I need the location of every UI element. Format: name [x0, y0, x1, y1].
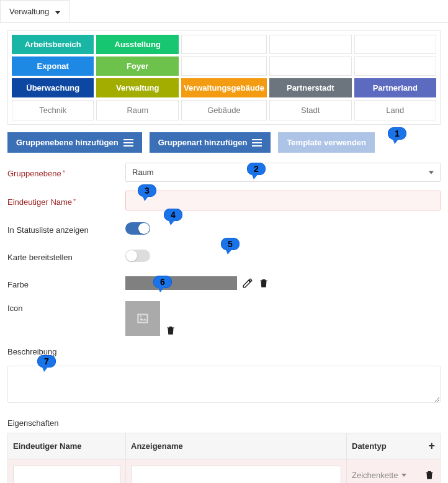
col-name-header: Eindeutiger Name — [8, 433, 126, 459]
chevron-down-icon — [401, 474, 406, 477]
add-grouplevel-button[interactable]: Gruppenebene hinzufügen — [7, 132, 142, 153]
use-template-label: Template verwenden — [287, 138, 366, 147]
prop-type-select[interactable]: Zeichenkette — [352, 471, 406, 480]
add-grouplevel-label: Gruppenebene hinzufügen — [16, 138, 119, 147]
add-grouptype-button[interactable]: Gruppenart hinzufügen — [150, 132, 271, 153]
add-property-button[interactable]: + — [428, 440, 435, 453]
tag-item — [269, 56, 351, 76]
tag-item — [354, 35, 437, 54]
nav-verwaltung-label: Verwaltung — [9, 7, 49, 16]
prop-display-input[interactable] — [131, 466, 341, 483]
properties-section-label: Eigenschaften — [7, 418, 441, 428]
table-row: Zeichenkette — [8, 459, 440, 483]
use-template-button[interactable]: Template verwenden — [278, 132, 375, 153]
map-label: Karte bereitstellen — [7, 250, 125, 262]
tag-item — [181, 35, 267, 54]
tag-item[interactable]: Überwachung — [12, 78, 94, 97]
add-grouptype-label: Gruppenart hinzufügen — [158, 138, 248, 147]
tag-item[interactable]: Arbeitsbereich — [12, 35, 94, 54]
menu-icon — [252, 139, 262, 147]
prop-name-input[interactable] — [13, 466, 120, 483]
color-label: Farbe — [7, 278, 125, 289]
map-toggle[interactable] — [125, 250, 150, 262]
name-label: Eindeutiger Name* — [7, 195, 125, 207]
chevron-down-icon — [429, 171, 434, 174]
grouplevel-label: Gruppenebene* — [7, 166, 125, 178]
grouplevel-select-value: Raum — [132, 168, 154, 177]
caret-down-icon — [55, 11, 60, 14]
col-type-header: Datentyp + — [347, 433, 440, 459]
svg-point-0 — [140, 315, 141, 317]
name-input[interactable] — [125, 191, 441, 210]
nav-bar: Verwaltung — [0, 0, 448, 23]
tag-item — [354, 56, 437, 76]
icon-upload-placeholder[interactable] — [125, 301, 160, 336]
callout-6: 6 — [153, 276, 172, 288]
properties-table: Eindeutiger Name Anzeigename Datentyp + … — [7, 433, 441, 483]
image-placeholder-icon — [135, 310, 151, 327]
tag-item[interactable]: Verwaltungsgebäude — [181, 78, 267, 97]
description-textarea[interactable] — [7, 366, 441, 403]
edit-icon[interactable] — [242, 278, 253, 289]
description-label: Beschreibung — [7, 345, 125, 356]
callout-7: 7 — [37, 355, 56, 368]
trash-icon[interactable] — [165, 325, 176, 336]
tag-item[interactable]: Stadt — [269, 100, 351, 120]
tag-item[interactable]: Partnerstadt — [269, 78, 351, 97]
tag-grid: ArbeitsbereichAusstellungExponatFoyerÜbe… — [7, 30, 441, 125]
tag-item — [269, 35, 351, 54]
color-swatch[interactable] — [125, 276, 237, 290]
callout-4: 4 — [164, 209, 182, 221]
nav-verwaltung[interactable]: Verwaltung — [0, 0, 69, 22]
list-icon — [123, 139, 133, 147]
tag-item[interactable]: Land — [354, 100, 437, 120]
callout-2: 2 — [247, 163, 266, 175]
grouplevel-select[interactable]: Raum — [125, 163, 441, 182]
statuslist-toggle[interactable] — [125, 222, 150, 235]
tag-item[interactable]: Verwaltung — [96, 78, 178, 97]
tag-item[interactable]: Foyer — [96, 56, 178, 76]
tag-item[interactable]: Exponat — [12, 56, 94, 76]
callout-3: 3 — [138, 184, 156, 197]
callout-5: 5 — [221, 238, 240, 250]
tag-item[interactable]: Ausstellung — [96, 35, 178, 54]
tag-item[interactable]: Partnerland — [354, 78, 437, 97]
trash-icon[interactable] — [424, 469, 435, 481]
tag-item[interactable]: Technik — [12, 100, 94, 120]
tag-item[interactable]: Raum — [96, 100, 178, 120]
statuslist-label: In Statusliste anzeigen — [7, 223, 125, 235]
col-display-header: Anzeigename — [126, 433, 347, 459]
tag-item[interactable]: Gebäude — [181, 100, 267, 120]
trash-icon[interactable] — [258, 278, 269, 289]
tag-item — [181, 56, 267, 76]
icon-label: Icon — [7, 301, 125, 313]
callout-1: 1 — [388, 127, 406, 140]
prop-type-value: Zeichenkette — [352, 471, 398, 480]
